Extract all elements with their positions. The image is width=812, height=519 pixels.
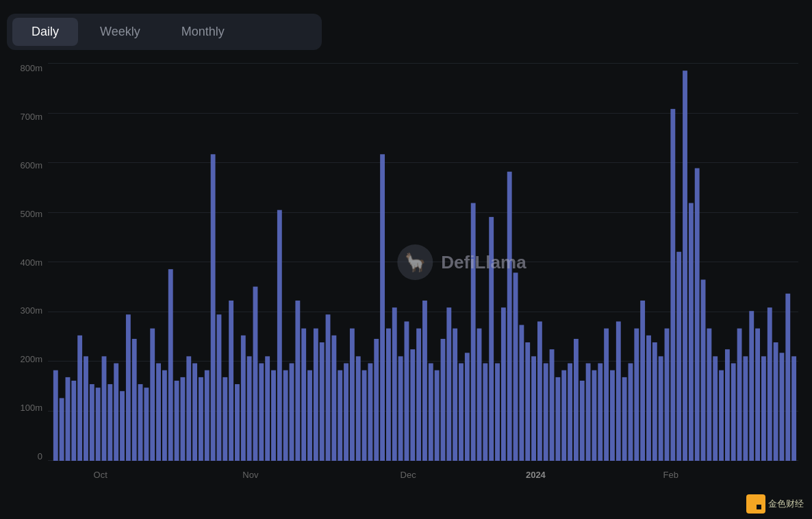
svg-rect-75: [507, 172, 512, 461]
svg-rect-112: [731, 364, 736, 461]
tab-weekly[interactable]: Weekly: [81, 18, 160, 46]
svg-rect-81: [544, 364, 548, 461]
svg-rect-4: [77, 336, 82, 461]
svg-rect-100: [659, 356, 663, 461]
svg-rect-17: [156, 364, 161, 461]
tab-daily[interactable]: Daily: [12, 18, 78, 46]
y-label-400: 400m: [7, 258, 48, 267]
svg-rect-29: [229, 301, 233, 461]
svg-rect-83: [555, 377, 560, 461]
svg-rect-41: [301, 329, 306, 461]
svg-rect-95: [629, 364, 633, 461]
svg-rect-25: [205, 370, 210, 461]
svg-rect-45: [326, 314, 331, 461]
chart-area: 0 100m 200m 300m 400m 500m 600m 700m 800…: [7, 64, 805, 488]
svg-rect-34: [259, 364, 264, 461]
svg-rect-64: [441, 339, 446, 461]
svg-rect-48: [344, 364, 348, 461]
y-label-0: 0: [7, 452, 48, 461]
svg-rect-117: [761, 356, 766, 461]
svg-rect-39: [290, 364, 294, 461]
svg-rect-61: [422, 301, 427, 461]
svg-rect-14: [138, 384, 143, 461]
svg-rect-111: [725, 349, 730, 461]
svg-rect-51: [362, 370, 367, 461]
svg-rect-6: [90, 384, 94, 461]
svg-rect-125: [750, 505, 755, 509]
svg-rect-21: [180, 377, 185, 461]
svg-rect-32: [247, 356, 252, 461]
svg-rect-66: [453, 329, 457, 461]
svg-rect-123: [750, 498, 755, 503]
svg-rect-80: [537, 321, 542, 461]
svg-rect-104: [683, 71, 687, 461]
x-label-nov: Nov: [242, 470, 258, 480]
svg-rect-93: [616, 321, 621, 461]
bottom-logo: 金色财经: [746, 494, 804, 514]
svg-rect-1: [60, 398, 64, 461]
svg-rect-105: [689, 203, 694, 461]
svg-rect-18: [162, 370, 167, 461]
svg-rect-38: [283, 370, 288, 461]
svg-rect-26: [211, 154, 216, 461]
svg-rect-60: [416, 329, 421, 461]
svg-rect-23: [192, 364, 197, 461]
y-label-300: 300m: [7, 306, 48, 315]
svg-rect-116: [755, 329, 760, 461]
svg-rect-59: [410, 349, 415, 461]
svg-rect-109: [713, 356, 718, 461]
svg-rect-106: [695, 168, 700, 461]
svg-rect-50: [356, 356, 361, 461]
svg-rect-13: [132, 339, 137, 461]
svg-rect-77: [519, 325, 524, 461]
svg-rect-8: [102, 356, 107, 461]
svg-rect-96: [634, 329, 639, 461]
y-label-600: 600m: [7, 161, 48, 170]
svg-rect-79: [531, 356, 536, 461]
svg-rect-68: [465, 353, 470, 461]
svg-rect-33: [253, 287, 258, 461]
svg-rect-10: [114, 364, 118, 461]
svg-rect-52: [368, 364, 372, 461]
svg-rect-114: [743, 356, 748, 461]
svg-rect-44: [320, 342, 325, 461]
svg-rect-12: [126, 314, 131, 461]
svg-rect-103: [676, 252, 681, 461]
svg-rect-7: [96, 388, 101, 461]
svg-rect-36: [271, 370, 276, 461]
svg-rect-11: [120, 391, 125, 461]
svg-rect-82: [550, 349, 555, 461]
x-label-dec: Dec: [401, 470, 416, 480]
svg-rect-35: [265, 356, 270, 461]
logo-text: 金色财经: [768, 498, 804, 510]
tab-monthly[interactable]: Monthly: [162, 18, 244, 46]
svg-rect-86: [574, 339, 579, 461]
tab-bar: Daily Weekly Monthly: [7, 14, 322, 50]
svg-rect-67: [459, 364, 464, 461]
svg-rect-90: [598, 364, 602, 461]
svg-rect-94: [622, 377, 627, 461]
svg-rect-22: [186, 356, 191, 461]
svg-rect-31: [241, 336, 246, 461]
svg-rect-63: [435, 370, 440, 461]
svg-rect-73: [495, 364, 500, 461]
svg-rect-108: [707, 329, 711, 461]
y-label-200: 200m: [7, 355, 48, 364]
svg-rect-40: [295, 301, 300, 461]
svg-rect-122: [791, 356, 796, 461]
svg-rect-70: [477, 329, 482, 461]
svg-rect-58: [405, 321, 409, 461]
svg-rect-16: [150, 329, 155, 461]
svg-rect-69: [471, 203, 476, 461]
svg-rect-43: [314, 329, 318, 461]
svg-rect-98: [646, 336, 651, 461]
svg-rect-115: [749, 311, 754, 461]
svg-rect-30: [235, 384, 240, 461]
svg-rect-65: [446, 307, 451, 461]
svg-rect-53: [374, 339, 379, 461]
svg-rect-55: [386, 329, 391, 461]
svg-rect-3: [71, 381, 76, 461]
svg-rect-92: [610, 370, 615, 461]
svg-rect-99: [652, 342, 657, 461]
svg-rect-46: [331, 336, 336, 461]
